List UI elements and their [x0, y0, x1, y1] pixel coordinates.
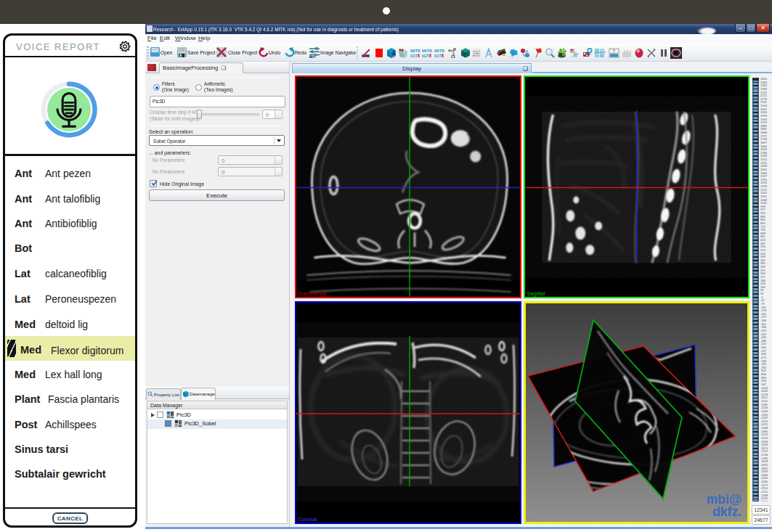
svg-text:dkfz.: dkfz. — [712, 504, 741, 519]
svg-text:MITK: MITK — [434, 49, 444, 53]
svg-text:Sagittal: Sagittal — [527, 290, 545, 297]
svg-text:Coronal: Coronal — [298, 516, 317, 523]
svg-text:?: ? — [612, 49, 615, 54]
svg-text:MITK: MITK — [410, 49, 420, 53]
svg-text:IGT: IGT — [434, 54, 442, 58]
svg-text:Transversal: Transversal — [298, 290, 327, 297]
svg-text:IGT: IGT — [422, 54, 429, 58]
svg-text:IGT: IGT — [410, 54, 418, 58]
svg-text:MITK: MITK — [422, 49, 432, 53]
